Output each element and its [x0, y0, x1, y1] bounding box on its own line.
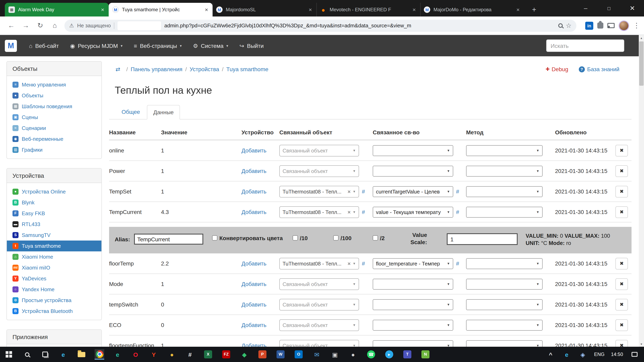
chrome-icon[interactable]	[94, 349, 104, 360]
breadcrumb-control-panel[interactable]: Панель управления	[130, 66, 182, 72]
browser-tab-5[interactable]: M MajorDoMo - Редактирова ×	[420, 3, 524, 16]
telegram-icon[interactable]: ▸	[384, 349, 394, 360]
start-button[interactable]	[4, 349, 14, 360]
sidebar-item-objects[interactable]: ● Объекты	[7, 90, 102, 101]
breadcrumb-devices[interactable]: Устройства	[190, 66, 219, 72]
alias-input[interactable]	[134, 234, 203, 245]
linked-property-select[interactable]: ▼	[373, 340, 453, 347]
browser-menu-icon[interactable]: ⋮	[633, 21, 640, 30]
nav-system[interactable]: ⚙ Система ▾	[187, 35, 234, 56]
site-search-input[interactable]	[546, 39, 624, 52]
linked-property-select[interactable]: ▼	[373, 166, 453, 176]
object-hash-link[interactable]: #	[362, 260, 365, 267]
address-bar[interactable]: ⚠ Не защищено admin.php?pd=cGFuZWw6e2Fjd…	[64, 19, 576, 31]
browser-tab-3[interactable]: M MajordomoSL ×	[212, 3, 316, 16]
scroll-down-arrow[interactable]: ▼	[639, 341, 644, 347]
sidebar-item-charts[interactable]: ▥ Графики	[7, 144, 102, 155]
browser-tab-1[interactable]: ▦ Alarm Week Day ×	[5, 3, 109, 16]
linked-object-select[interactable]: TuThermostat08 - Тепл... × ▼	[279, 258, 359, 269]
sidebar-item-easy-fkb[interactable]: F Easy FKB	[7, 208, 102, 219]
sidebar-item-yandex-home[interactable]: ○ Yandex Home	[7, 284, 102, 295]
method-select[interactable]: ▼	[466, 340, 542, 347]
object-hash-link[interactable]: #	[362, 209, 365, 215]
window-maximize-button[interactable]: □	[597, 0, 621, 16]
linked-property-select[interactable]: ▼	[373, 299, 453, 310]
hash-app-icon[interactable]: #	[185, 349, 195, 360]
add-device-link[interactable]: Добавить	[242, 209, 266, 215]
linked-object-select[interactable]: Связанный объект ▼	[279, 340, 359, 347]
delete-row-button[interactable]: ✖	[616, 299, 628, 310]
forward-button[interactable]: →	[18, 21, 33, 29]
nav-resources-mjdm[interactable]: ◉ Ресурсы MJDM ▾	[64, 35, 128, 56]
linked-object-select[interactable]: TuThermostat08 - Тепл... × ▼	[279, 186, 359, 197]
opera-icon[interactable]: O	[131, 349, 140, 360]
back-button[interactable]: ←	[4, 21, 18, 29]
add-device-link[interactable]: Добавить	[242, 322, 266, 328]
method-select[interactable]: ▼	[466, 145, 542, 156]
linked-object-select[interactable]: Связанный объект ▼	[279, 278, 359, 290]
knowledge-base-link[interactable]: ?База знаний	[579, 66, 620, 72]
nav-logout[interactable]: ↪ Выйти	[234, 35, 269, 56]
add-device-link[interactable]: Добавить	[242, 168, 266, 174]
page-scrollbar[interactable]: ▲ ▼	[639, 35, 644, 347]
linked-object-select[interactable]: Связанный объект ▼	[279, 165, 359, 177]
zoom-icon[interactable]	[558, 23, 562, 28]
contacts-app-icon[interactable]: ●	[348, 349, 358, 360]
tab-close-icon[interactable]: ×	[412, 6, 416, 13]
word-icon[interactable]: W	[276, 349, 285, 360]
delete-row-button[interactable]: ✖	[616, 145, 628, 156]
excel-icon[interactable]: X	[203, 349, 213, 360]
linked-object-select[interactable]: TuThermostat08 - Тепл... × ▼	[279, 206, 359, 218]
div100-checkbox[interactable]	[333, 235, 338, 241]
nav-website[interactable]: ⌂ Веб-сайт	[23, 35, 64, 56]
scroll-up-arrow[interactable]: ▲	[639, 35, 644, 41]
linked-property-select[interactable]: value - Текущая температу ▼	[373, 207, 453, 217]
linked-object-select[interactable]: Связанный объект ▼	[279, 299, 359, 310]
tab-general[interactable]: Общее	[116, 105, 146, 119]
sidebar-item-bluetooth-devices[interactable]: B Устройства Bluetooth	[7, 306, 102, 317]
property-hash-link[interactable]: #	[456, 209, 459, 215]
linked-property-select[interactable]: ▼	[373, 320, 453, 331]
scrollbar-thumb[interactable]	[639, 41, 644, 86]
powerpoint-icon[interactable]: P	[258, 349, 267, 360]
yandex-browser-icon[interactable]: Y	[149, 349, 158, 360]
method-select[interactable]: ▼	[466, 166, 542, 176]
method-select[interactable]: ▼	[466, 279, 542, 289]
method-select[interactable]: ▼	[466, 320, 542, 331]
clock[interactable]: 14:50	[611, 352, 623, 357]
mail-app-icon[interactable]: ✉	[312, 349, 322, 360]
editor-app-icon[interactable]: N	[420, 349, 430, 360]
tab-data[interactable]: Данные	[147, 105, 180, 119]
sidebar-item-simple-devices[interactable]: ⊙ Простые устройства	[7, 295, 102, 306]
majordomo-logo[interactable]: M	[5, 40, 17, 52]
method-select[interactable]: ▼	[466, 299, 542, 310]
linkedin-extension-icon[interactable]: in	[585, 21, 593, 29]
sidebar-item-xiaomi-home[interactable]: ⌂ Xiaomi Home	[7, 251, 102, 262]
camera-app-icon[interactable]: ▣	[330, 349, 340, 360]
clear-selection-icon[interactable]: ×	[348, 260, 350, 267]
method-select[interactable]: ▼	[466, 186, 542, 197]
filezilla-icon[interactable]: FZ	[222, 349, 231, 360]
edge-dev-icon[interactable]: e	[113, 349, 122, 360]
browser-tab-2-active[interactable]: M Tuya smarthome | Устройс ×	[109, 3, 212, 16]
add-device-link[interactable]: Добавить	[242, 260, 266, 267]
tab-close-icon[interactable]: ×	[100, 6, 105, 13]
add-device-link[interactable]: Добавить	[242, 147, 266, 154]
delete-row-button[interactable]: ✖	[616, 278, 628, 290]
linked-object-select[interactable]: Связанный объект ▼	[279, 145, 359, 156]
property-hash-link[interactable]: #	[456, 188, 459, 195]
sidebar-item-blynk[interactable]: B Blynk	[7, 197, 102, 208]
add-device-link[interactable]: Добавить	[242, 188, 266, 195]
breadcrumb-home-icon[interactable]: ⇄	[116, 66, 120, 72]
tab-close-icon[interactable]: ×	[204, 6, 209, 13]
linked-property-select[interactable]: ▼	[373, 279, 453, 289]
app-icon-green[interactable]: ◆	[240, 349, 249, 360]
method-select[interactable]: ▼	[466, 258, 542, 269]
sidebar-item-devices-online[interactable]: ● Устройства Online	[7, 186, 102, 197]
delete-row-button[interactable]: ✖	[616, 319, 628, 331]
sidebar-item-scenarios[interactable]: ≈ Сценарии	[7, 123, 102, 134]
delete-row-button[interactable]: ✖	[616, 165, 628, 177]
task-view-button[interactable]	[40, 349, 50, 360]
debug-link[interactable]: ✚Debug	[546, 66, 568, 72]
clear-selection-icon[interactable]: ×	[348, 209, 350, 215]
